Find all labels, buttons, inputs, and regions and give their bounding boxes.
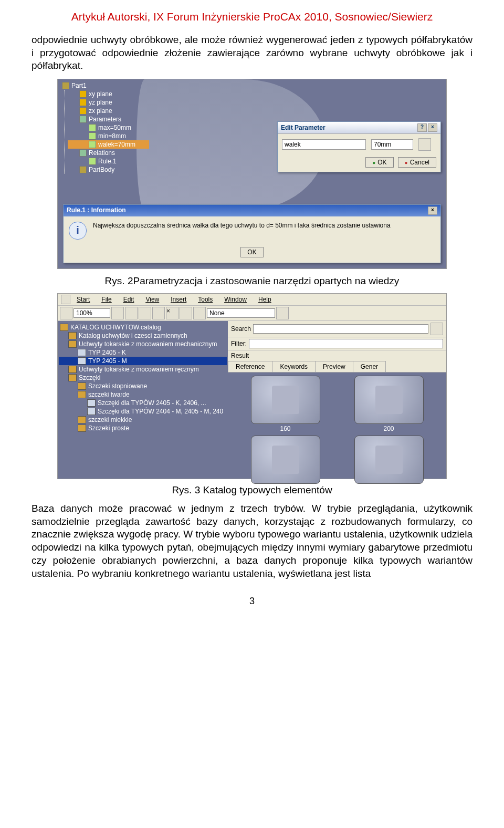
catalog-preview-pane: Search Filter: Result Reference Keywords…: [228, 321, 446, 479]
tree-label: Rule.1: [98, 158, 117, 165]
catalog-tree-label: szczeki twarde: [88, 391, 130, 398]
menu-start[interactable]: Start: [71, 295, 95, 304]
page-number: 3: [32, 596, 472, 607]
rule-icon: [89, 158, 96, 165]
folder-icon: [60, 324, 68, 331]
toolbar[interactable]: 100% × None: [58, 306, 446, 321]
param-icon: [89, 124, 96, 131]
page-icon: [78, 357, 86, 365]
catalog-tree-item[interactable]: Szczęki dla TYPÓW 2404 - M, 2405 - M, 24…: [59, 407, 227, 416]
close-button[interactable]: ×: [428, 123, 437, 132]
menu-tools[interactable]: Tools: [193, 295, 218, 304]
filter-input[interactable]: [249, 339, 443, 348]
help-button[interactable]: ?: [417, 123, 427, 132]
result-label: Result: [231, 352, 249, 359]
catalog-tree-label: Uchwyty tokarskie z mocowaniem ręcznym: [79, 366, 199, 373]
catalog-thumb[interactable]: 200: [339, 376, 439, 432]
catalog-thumb[interactable]: 160: [235, 376, 335, 432]
ok-button[interactable]: OK: [365, 157, 393, 168]
folder-icon: [68, 374, 77, 381]
tree-label: xy plane: [89, 90, 112, 98]
param-name-input[interactable]: [282, 139, 366, 150]
tree-item[interactable]: yz plane: [68, 98, 149, 107]
catalog-tree-item[interactable]: TYP 2405 - M: [59, 357, 227, 365]
catalog-tree-label: Katalog uchwytów i czesci zamiennych: [79, 332, 187, 339]
chuck-thumb-icon: [251, 376, 320, 424]
search-button[interactable]: [430, 323, 443, 335]
menu-view[interactable]: View: [140, 295, 164, 304]
menu-insert[interactable]: Insert: [165, 295, 192, 304]
toolbar-button[interactable]: [111, 307, 124, 319]
toolbar-button[interactable]: [125, 307, 138, 319]
thumb-label: 200: [383, 425, 394, 432]
catalog-tree-item[interactable]: Katalog uchwytów i czesci zamiennych: [59, 332, 227, 340]
toolbar-button[interactable]: [139, 307, 151, 319]
menu-edit[interactable]: Edit: [118, 295, 140, 304]
dialog-title: Rule.1 : Information: [67, 206, 126, 215]
tree-item[interactable]: PartBody: [68, 165, 149, 174]
filter-select[interactable]: None: [207, 308, 275, 318]
paragraph-2: Baza danych może pracować w jednym z trz…: [32, 502, 472, 580]
tree-item[interactable]: min=8mm: [68, 132, 149, 140]
catalog-tree[interactable]: KATALOG UCHWYTOW.catalogKatalog uchwytów…: [58, 321, 228, 479]
catalog-thumb[interactable]: 400: [339, 436, 439, 492]
folder-icon: [68, 340, 77, 348]
catalog-tree-item[interactable]: Szczeki proste: [59, 424, 227, 432]
toolbar-button[interactable]: [180, 307, 192, 319]
tree-item[interactable]: zx plane: [68, 107, 149, 115]
tab-keywords[interactable]: Keywords: [272, 361, 316, 372]
tree-label: zx plane: [89, 107, 112, 115]
folder-icon: [78, 416, 86, 423]
catalog-tree-item[interactable]: Uchwyty tokarskie z mocowaniem mechanicz…: [59, 340, 227, 348]
catalog-tree-item[interactable]: szczeki miekkie: [59, 416, 227, 424]
tree-item[interactable]: Parameters: [68, 115, 149, 123]
chuck-thumb-icon: [354, 436, 424, 484]
figure-1-caption: Rys. 2Parametryzacja i zastosowanie narz…: [32, 275, 472, 287]
menu-bar[interactable]: Start File Edit View Insert Tools Window…: [58, 294, 446, 306]
catalog-tree-item[interactable]: szczeki twarde: [59, 390, 227, 399]
catalog-tree-item[interactable]: Szczęki: [59, 374, 227, 382]
edit-parameter-dialog: Edit Parameter ? × OK Cancel: [277, 121, 441, 172]
tab-preview[interactable]: Preview: [315, 361, 353, 372]
catalog-tree-item[interactable]: TYP 2405 - K: [59, 348, 227, 357]
tab-generative[interactable]: Gener: [353, 361, 386, 372]
catalog-tree-item[interactable]: KATALOG UCHWYTOW.catalog: [59, 323, 227, 332]
folder-icon: [68, 332, 77, 339]
toolbar-button[interactable]: [152, 307, 165, 319]
dialog-titlebar[interactable]: Edit Parameter ? ×: [278, 122, 440, 134]
relations-icon: [79, 149, 87, 157]
result-tabs[interactable]: Reference Keywords Preview Gener: [228, 361, 446, 372]
tree-item[interactable]: Relations: [68, 149, 149, 157]
toolbar-button[interactable]: ×: [166, 307, 178, 319]
tab-reference[interactable]: Reference: [228, 361, 272, 372]
toolbar-button[interactable]: [60, 307, 72, 319]
tree-label: Relations: [89, 149, 115, 157]
tree-label: min=8mm: [98, 132, 126, 140]
catalog-tree-label: KATALOG UCHWYTOW.catalog: [70, 324, 161, 331]
tree-item[interactable]: Rule.1: [68, 157, 149, 165]
catalog-tree-item[interactable]: Szczęki dla TYPÓW 2405 - K, 2406, ...: [59, 399, 227, 407]
tree-label: yz plane: [89, 99, 112, 106]
catalog-tree-item[interactable]: Uchwyty tokarskie z mocowaniem ręcznym: [59, 365, 227, 374]
param-value-input[interactable]: [371, 139, 413, 150]
zoom-select[interactable]: 100%: [74, 308, 110, 318]
tree-item-selected[interactable]: walek=70mm: [68, 140, 149, 149]
menu-help[interactable]: Help: [253, 295, 277, 304]
tree-root[interactable]: Part1: [60, 81, 149, 90]
tree-item[interactable]: max=50mm: [68, 123, 149, 132]
ok-button[interactable]: OK: [240, 247, 263, 257]
catalog-thumb[interactable]: 315: [235, 436, 335, 492]
search-input[interactable]: [253, 324, 428, 334]
tree-item[interactable]: xy plane: [68, 90, 149, 98]
catalog-tree-item[interactable]: Szczeki stopniowane: [59, 382, 227, 390]
menu-window[interactable]: Window: [219, 295, 252, 304]
cancel-button[interactable]: Cancel: [398, 157, 436, 168]
spinner-button[interactable]: [418, 138, 431, 151]
dialog-titlebar[interactable]: Rule.1 : Information ×: [64, 205, 440, 216]
close-button[interactable]: ×: [428, 206, 437, 215]
toolbar-button[interactable]: [193, 307, 206, 319]
spec-tree[interactable]: Part1 xy plane yz plane zx plane Paramet…: [60, 81, 149, 174]
tree-root-label: Part1: [71, 82, 87, 89]
menu-file[interactable]: File: [96, 295, 117, 304]
toolbar-button[interactable]: [276, 307, 289, 319]
